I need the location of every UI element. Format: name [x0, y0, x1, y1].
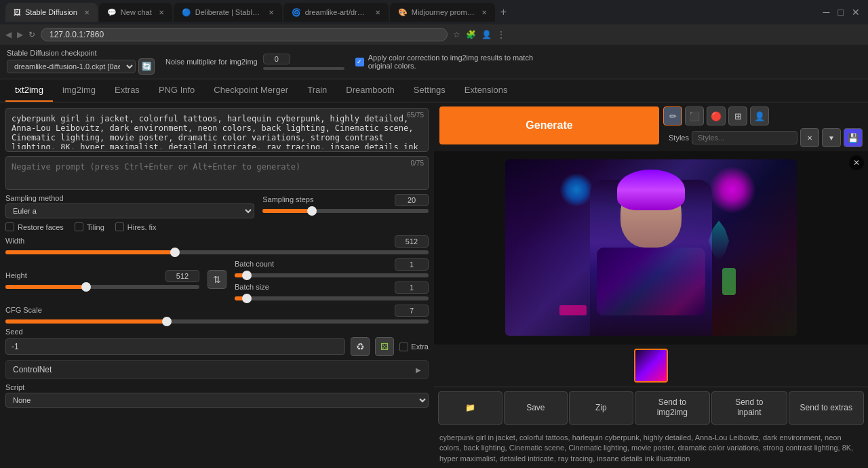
tab-close-3-icon[interactable]: ✕ [269, 9, 274, 16]
send-img2img-btn[interactable]: Send toimg2img [635, 391, 710, 425]
tab-new-chat[interactable]: 💬 New chat ✕ [99, 3, 172, 22]
height-thumb[interactable] [81, 282, 91, 292]
checkbox-row: Restore faces Tiling Hires. fix [5, 222, 429, 231]
prompt-box: cyberpunk girl in jacket, colorful tatto… [5, 108, 429, 152]
grid-btn[interactable]: ⊞ [728, 106, 747, 125]
save-btn[interactable]: Save [504, 391, 568, 425]
noise-slider[interactable] [263, 67, 344, 70]
tab-train[interactable]: Train [298, 79, 336, 102]
thumbnail-1[interactable] [634, 349, 668, 383]
controlnet-accordion-header[interactable]: ControlNet ▶ [6, 361, 428, 378]
height-input[interactable] [165, 270, 199, 282]
zip-btn[interactable]: Zip [569, 391, 633, 425]
script-select[interactable]: None [5, 393, 429, 408]
color-correction-checkbox[interactable]: ✓ [355, 58, 364, 66]
tab-close-5-icon[interactable]: ✕ [481, 9, 487, 16]
tab-favicon-5: 🎨 [398, 8, 408, 17]
pencil-tool-btn[interactable]: ✏ [663, 106, 682, 125]
cfg-input[interactable] [395, 305, 429, 317]
cfg-thumb[interactable] [162, 317, 172, 326]
seed-row: ♻ ⚄ Extra [5, 337, 429, 356]
tab-close-icon[interactable]: ✕ [84, 9, 90, 16]
tab-label-2: New chat [121, 8, 152, 16]
address-input[interactable] [41, 28, 448, 41]
restore-icon[interactable]: □ [835, 7, 846, 18]
width-thumb[interactable] [170, 248, 180, 257]
send-inpaint-btn[interactable]: Send toinpaint [711, 391, 787, 425]
tab-bar: 🖼 Stable Diffusion ✕ 💬 New chat ✕ 🔵 Deli… [5, 3, 818, 22]
negative-prompt-input[interactable] [6, 157, 428, 187]
checkpoint-select[interactable]: dreamlike-diffusion-1.0.ckpt [0aecbcfa2c… [7, 60, 136, 73]
red-dot-btn[interactable]: 🔴 [707, 106, 726, 125]
browser-controls: ─ □ ✕ [821, 7, 863, 18]
top-bar: Stable Diffusion checkpoint dreamlike-di… [0, 45, 868, 79]
menu-icon[interactable]: ⋮ [497, 30, 505, 39]
tab-img2img[interactable]: img2img [53, 79, 105, 102]
new-tab-icon[interactable]: + [496, 6, 511, 18]
open-folder-btn[interactable]: 📁 [438, 391, 502, 425]
seed-input[interactable] [5, 338, 345, 355]
tab-close-2-icon[interactable]: ✕ [159, 9, 164, 16]
batch-size-thumb[interactable] [242, 294, 252, 303]
noise-label: Noise multiplier for img2img [165, 58, 258, 66]
hires-fix-label: Hires. fix [127, 223, 157, 231]
tab-checkpoint-merger[interactable]: Checkpoint Merger [204, 79, 298, 102]
person-btn[interactable]: 👤 [750, 106, 769, 125]
back-icon[interactable]: ◀ [5, 30, 12, 39]
extensions-icon[interactable]: 🧩 [466, 30, 476, 39]
tab-extensions[interactable]: Extensions [455, 79, 517, 102]
tab-deliberate[interactable]: 🔵 Deliberate | Stable Diffusion Ch... ✕ [174, 3, 282, 22]
bottom-actions: 📁 Save Zip Send toimg2img Send toinpaint… [434, 387, 868, 429]
batch-count-thumb[interactable] [242, 271, 252, 280]
seed-random-btn[interactable]: ⚄ [375, 337, 394, 356]
send-extras-btn[interactable]: Send to extras [789, 391, 864, 425]
tab-midjourney[interactable]: 🎨 Midjourney prompt examples |... ✕ [390, 3, 495, 22]
tab-txt2img[interactable]: txt2img [5, 79, 53, 102]
address-bar-row: ◀ ▶ ↻ ☆ 🧩 👤 ⋮ [0, 24, 868, 45]
seed-reset-btn[interactable]: ♻ [351, 337, 370, 356]
noise-input[interactable] [263, 54, 290, 64]
tab-dreambooth[interactable]: Dreambooth [336, 79, 404, 102]
batch-count-input[interactable] [395, 258, 429, 271]
minimize-icon[interactable]: ─ [821, 7, 833, 18]
generate-button[interactable]: Generate [439, 106, 659, 144]
zip-label: Zip [595, 403, 607, 412]
tab-settings[interactable]: Settings [404, 79, 455, 102]
image-close-btn[interactable]: ✕ [849, 155, 864, 170]
close-browser-icon[interactable]: ✕ [849, 7, 863, 18]
styles-expand-btn[interactable]: ▼ [822, 128, 841, 147]
styles-save-btn[interactable]: 💾 [844, 128, 863, 147]
restore-faces-checkbox[interactable]: Restore faces [5, 222, 64, 231]
sampling-method-select[interactable]: Euler a [5, 203, 254, 218]
refresh-icon[interactable]: ↻ [28, 30, 35, 39]
tab-stable-diffusion[interactable]: 🖼 Stable Diffusion ✕ [5, 3, 98, 22]
checkpoint-refresh-btn[interactable]: 🔄 [138, 58, 155, 75]
tab-extras[interactable]: Extras [105, 79, 149, 102]
negative-prompt-box: 0/75 [5, 156, 429, 190]
profile-icon[interactable]: 👤 [481, 30, 492, 39]
seed-section: Seed ♻ ⚄ Extra [5, 328, 429, 356]
styles-clear-btn[interactable]: ✕ [800, 128, 819, 147]
controlnet-accordion: ControlNet ▶ [5, 360, 429, 379]
batch-section: Batch count Batch size [235, 258, 429, 300]
eraser-tool-btn[interactable]: ⬛ [685, 106, 704, 125]
sampling-steps-input[interactable] [395, 194, 429, 206]
styles-input[interactable] [692, 131, 797, 144]
tab-png-info[interactable]: PNG Info [149, 79, 204, 102]
sampling-steps-thumb[interactable] [307, 206, 317, 216]
prompt-input[interactable]: cyberpunk girl in jacket, colorful tatto… [6, 109, 428, 149]
swap-dimensions-btn[interactable]: ⇅ [208, 270, 226, 289]
batch-size-input[interactable] [395, 281, 429, 294]
tab-dreamlike[interactable]: 🌀 dreamlike-art/dreamlike-diffusio... ✕ [283, 3, 389, 22]
extra-label: Extra [411, 343, 429, 351]
browser-chrome: 🖼 Stable Diffusion ✕ 💬 New chat ✕ 🔵 Deli… [0, 0, 868, 24]
extra-checkbox[interactable]: Extra [399, 343, 429, 351]
forward-icon[interactable]: ▶ [17, 30, 23, 39]
thumbnails-row [434, 345, 868, 387]
bookmark-icon[interactable]: ☆ [453, 30, 460, 39]
width-input[interactable] [395, 235, 429, 248]
tab-favicon-2: 💬 [107, 8, 117, 17]
tiling-checkbox[interactable]: Tiling [75, 222, 104, 231]
tab-close-4-icon[interactable]: ✕ [375, 9, 380, 16]
hires-fix-checkbox[interactable]: Hires. fix [115, 222, 157, 231]
